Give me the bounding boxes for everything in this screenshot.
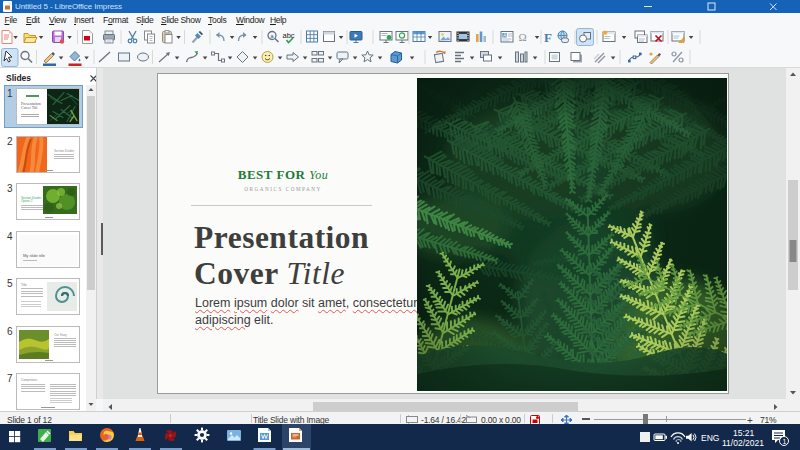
svg-text:a: a — [270, 33, 274, 39]
svg-text:11/02/2021: 11/02/2021 — [722, 438, 764, 448]
svg-text:ENG: ENG — [701, 433, 719, 443]
svg-text:A: A — [503, 33, 506, 38]
svg-text:Ω: Ω — [519, 31, 527, 43]
svg-text:1: 1 — [783, 438, 787, 445]
svg-text:15:21: 15:21 — [733, 428, 755, 438]
svg-text:F: F — [544, 30, 552, 45]
